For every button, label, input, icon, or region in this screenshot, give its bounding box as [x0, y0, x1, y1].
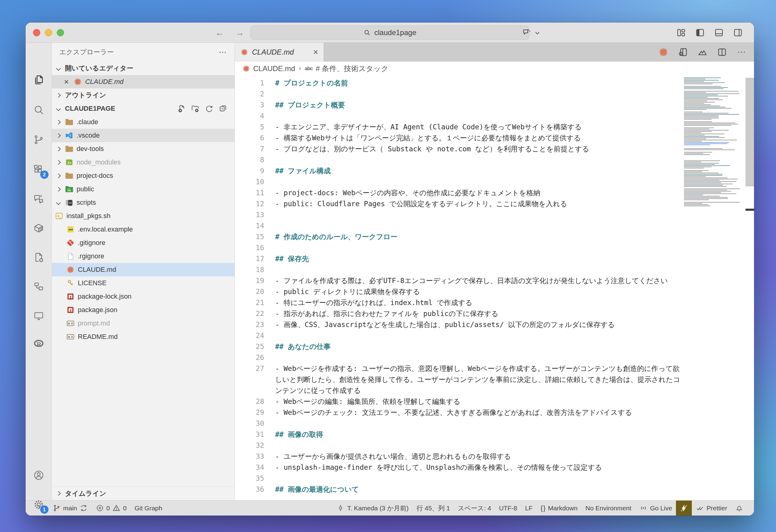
r-language-activity-button[interactable]: R: [31, 336, 47, 352]
code-line[interactable]: ## 画像の最適化について: [275, 484, 681, 495]
code-line[interactable]: - Webページを作成する: ユーザーの指示、意図を理解し、Webページを作成す…: [275, 363, 681, 396]
code-line[interactable]: - 画像、CSS、Javascriptなどを生成した場合は、public/ass…: [275, 319, 681, 330]
workspace-section[interactable]: CLAUDE1PAGE: [52, 102, 234, 115]
explorer-more-actions[interactable]: ⋯: [219, 47, 227, 57]
chat-activity-button[interactable]: [31, 191, 47, 207]
code-line[interactable]: ## 画像の取得: [275, 429, 681, 440]
tree-row-rgignore[interactable]: .rgignore: [52, 249, 234, 263]
tree-row-env-local-example[interactable]: .ENV .env.local.example: [52, 223, 234, 236]
language-mode-indicator[interactable]: { } Markdown: [537, 501, 581, 516]
code-line[interactable]: - public ディレクトリに成果物を保存する: [275, 286, 681, 297]
tree-row-dev-tools-folder[interactable]: dev-tools: [52, 142, 234, 156]
open-editors-section[interactable]: 開いているエディター: [52, 62, 234, 75]
devcontainer-activity-button[interactable]: [31, 249, 47, 265]
tree-row-vscode-folder[interactable]: .vscode: [52, 129, 234, 142]
code-line[interactable]: ## プロジェクト概要: [275, 100, 681, 111]
minimize-window-button[interactable]: [45, 29, 52, 36]
code-line[interactable]: - Webページの編集: 編集箇所、依頼を理解して編集する: [275, 396, 681, 407]
code-line[interactable]: # プロジェクトの名前: [275, 77, 681, 88]
collapse-all-icon[interactable]: [218, 104, 227, 113]
explorer-activity-button[interactable]: [31, 72, 47, 88]
tree-row-claude-folder[interactable]: .claude: [52, 115, 234, 129]
breadcrumb[interactable]: CLAUDE.md › abc # 条件、技術スタック: [235, 62, 754, 76]
close-tab-icon[interactable]: ×: [313, 47, 318, 57]
environment-indicator[interactable]: No Environment: [581, 501, 635, 516]
code-line[interactable]: - 特にユーザーの指示がなければ、index.html で作成する: [275, 297, 681, 308]
git-blame-indicator[interactable]: T. Kameda (3 か月前): [333, 501, 412, 516]
code-line[interactable]: - unsplash-image-finder を呼び出して、Unsplashの…: [275, 462, 681, 473]
split-editor-icon[interactable]: [717, 47, 727, 57]
open-editor-claude-md[interactable]: × CLAUDE.md: [52, 75, 234, 88]
tree-row-readme-md[interactable]: README.md: [52, 330, 234, 344]
account-button[interactable]: [31, 467, 47, 483]
notifications-button[interactable]: [731, 501, 747, 516]
timeline-section[interactable]: タイムライン: [52, 486, 234, 500]
prettier-indicator[interactable]: Prettier: [692, 501, 731, 516]
code-line[interactable]: - ユーザーから画像が提供されない場合、適切と思われるものを取得する: [275, 451, 681, 462]
code-line[interactable]: - public: Cloudflare Pages で公開設定をするディレクト…: [275, 198, 681, 209]
thunder-client-button[interactable]: [676, 501, 692, 516]
tree-row-install-pkgs-sh[interactable]: >_ install_pkgs.sh: [52, 209, 234, 223]
indentation-indicator[interactable]: スペース: 4: [454, 501, 495, 516]
code-editor[interactable]: 1# プロジェクトの名前 2 3## プロジェクト概要 4 5- 非エンジニア、…: [235, 76, 754, 500]
eol-indicator[interactable]: LF: [521, 501, 537, 516]
tree-row-scripts-folder[interactable]: <> scripts: [52, 196, 234, 209]
close-window-button[interactable]: [33, 29, 40, 36]
code-line[interactable]: ## ファイル構成: [275, 165, 681, 176]
refresh-icon[interactable]: [205, 104, 213, 113]
command-center-search[interactable]: claude1page: [250, 26, 530, 40]
new-folder-icon[interactable]: [191, 104, 200, 113]
tree-row-gitignore[interactable]: .gitignore: [52, 236, 234, 249]
tree-row-project-docs-folder[interactable]: project-docs: [52, 169, 234, 182]
tab-claude-md[interactable]: CLAUDE.md ×: [235, 43, 324, 62]
copilot-chat-button[interactable]: [522, 27, 541, 38]
zoom-window-button[interactable]: [57, 29, 64, 36]
live-preview-activity-button[interactable]: [31, 308, 47, 324]
back-button[interactable]: ←: [214, 27, 225, 38]
tree-row-license[interactable]: LICENSE: [52, 277, 234, 290]
problems-indicator[interactable]: 0 0: [92, 501, 131, 516]
tree-row-claude-md[interactable]: CLAUDE.md: [52, 263, 234, 277]
breadcrumb-symbol[interactable]: # 条件、技術スタック: [316, 64, 388, 73]
extensions-activity-button[interactable]: 2: [31, 162, 47, 178]
editor-scrollbar[interactable]: [746, 78, 754, 186]
remote-explorer-activity-button[interactable]: [31, 279, 47, 295]
toggle-primary-sidebar-icon[interactable]: [695, 27, 705, 38]
forward-button[interactable]: →: [234, 27, 245, 38]
breadcrumb-file[interactable]: CLAUDE.md: [253, 64, 295, 73]
code-line[interactable]: - ブログなどは、別のサービス（ Substack や note.com など）…: [275, 143, 681, 154]
open-preview-side-icon[interactable]: [678, 47, 688, 57]
close-icon[interactable]: ×: [64, 77, 69, 86]
new-file-icon[interactable]: [177, 104, 186, 113]
code-line[interactable]: - 非エンジニア、非デザイナーが、AI Agent (Claude Code)を…: [275, 122, 681, 132]
source-control-activity-button[interactable]: [31, 132, 47, 148]
settings-button[interactable]: 1: [31, 497, 47, 513]
encoding-indicator[interactable]: UTF-8: [495, 501, 521, 516]
search-activity-button[interactable]: [31, 102, 47, 118]
branch-indicator[interactable]: main: [48, 501, 92, 516]
minimap[interactable]: [683, 77, 745, 207]
customize-layout-icon[interactable]: [676, 27, 686, 38]
markdown-preview-icon[interactable]: [697, 47, 708, 57]
go-live-button[interactable]: Go Live: [635, 501, 676, 516]
tree-row-package-json[interactable]: package.json: [52, 303, 234, 317]
code-line[interactable]: - project-docs: Webページの内容や、その他作成に必要なドキュメ…: [275, 187, 681, 198]
tree-row-public-folder[interactable]: public: [52, 182, 234, 196]
cursor-position-indicator[interactable]: 行 45、列 1: [412, 501, 454, 516]
claude-action-icon[interactable]: [658, 47, 668, 57]
code-line[interactable]: ## あなたの仕事: [275, 341, 681, 352]
git-graph-button[interactable]: Git Graph: [131, 501, 166, 516]
more-actions-icon[interactable]: [736, 47, 747, 57]
code-line[interactable]: - 指示があれば、指示に合わせたファイルを publicの下に保存する: [275, 308, 681, 319]
code-line[interactable]: ## 保存先: [275, 253, 681, 264]
tree-row-prompt-md[interactable]: prompt.md: [52, 317, 234, 330]
toggle-panel-icon[interactable]: [714, 27, 724, 38]
toggle-secondary-sidebar-icon[interactable]: [733, 27, 743, 38]
code-line[interactable]: # 作成のためのルール、ワークフロー: [275, 231, 681, 242]
code-line[interactable]: - ファイルを作成する際は、必ずUTF-8エンコーディングで保存し、日本語の文字…: [275, 275, 681, 286]
code-line[interactable]: - Webページのチェック: 文法エラー、不要な記述、大きすぎる画像などがあれば…: [275, 407, 681, 418]
tree-row-package-lock-json[interactable]: package-lock.json: [52, 290, 234, 303]
tree-row-node-modules-folder[interactable]: js node_modules: [52, 156, 234, 169]
code-line[interactable]: - 構築するWebサイトは「ワンページ完結」とする。１ページに必要な情報をまとめ…: [275, 132, 681, 143]
outline-section[interactable]: アウトライン: [52, 88, 234, 102]
